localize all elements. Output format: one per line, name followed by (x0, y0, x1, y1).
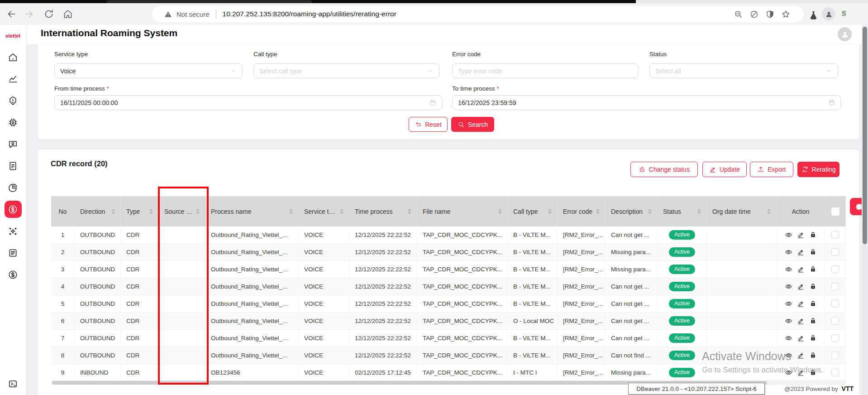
column-header-error_code[interactable]: Error code (558, 196, 606, 226)
view-icon[interactable] (785, 334, 792, 342)
zoom-out-icon[interactable] (734, 10, 743, 19)
s-extension-icon[interactable]: S (842, 9, 846, 18)
row-checkbox[interactable] (831, 231, 839, 239)
browser-tab[interactable] (106, 0, 312, 3)
search-button[interactable]: Search (451, 117, 494, 132)
sort-icon[interactable] (147, 209, 153, 214)
sidebar-item-alert-hexagon[interactable] (5, 92, 22, 109)
to-time-input[interactable]: 16/12/2025 23:59:59 (452, 95, 841, 110)
service-type-select[interactable]: Voice (54, 63, 243, 78)
sort-icon[interactable] (695, 209, 701, 214)
view-icon[interactable] (785, 283, 792, 290)
sort-icon[interactable] (645, 209, 652, 214)
block-icon[interactable] (749, 10, 759, 19)
lock-icon[interactable] (809, 369, 817, 376)
row-checkbox[interactable] (831, 283, 839, 290)
browser-profile-button[interactable] (822, 7, 835, 21)
row-checkbox[interactable] (831, 300, 839, 308)
sort-icon[interactable] (496, 209, 502, 214)
sidebar-item-terminal[interactable] (4, 375, 21, 392)
sort-icon[interactable] (286, 209, 293, 214)
view-icon[interactable] (785, 231, 792, 239)
edit-icon[interactable] (797, 369, 805, 376)
lock-icon[interactable] (809, 334, 817, 342)
update-button[interactable]: Update (702, 162, 747, 177)
view-icon[interactable] (785, 248, 792, 256)
user-avatar[interactable] (838, 27, 852, 41)
sort-icon[interactable] (337, 209, 343, 214)
sidebar-item-chat-gear[interactable] (5, 135, 22, 153)
sort-icon[interactable] (764, 209, 771, 214)
lock-icon[interactable] (809, 265, 817, 273)
lock-icon[interactable] (809, 248, 817, 256)
sort-icon[interactable] (193, 209, 200, 214)
star-icon[interactable] (781, 10, 791, 19)
edit-icon[interactable] (797, 265, 805, 273)
sort-icon[interactable] (405, 209, 411, 214)
sidebar-item-chip[interactable] (5, 114, 22, 131)
view-icon[interactable] (785, 265, 792, 273)
select-all-checkbox[interactable] (831, 207, 839, 216)
address-bar[interactable]: Not secure 10.207.252.135:8200/roaming-a… (152, 6, 804, 22)
edit-icon[interactable] (797, 317, 805, 325)
error-code-input[interactable]: Type error code (452, 63, 638, 78)
edit-icon[interactable] (797, 334, 805, 342)
sidebar-item-document[interactable] (5, 157, 22, 174)
rerating-button[interactable]: Rerating (797, 162, 839, 177)
row-checkbox[interactable] (831, 334, 839, 342)
column-header-source_file[interactable]: Source file (159, 196, 205, 226)
column-header-direction[interactable]: Direction (75, 196, 121, 226)
sidebar-item-pie-chart[interactable] (5, 179, 22, 196)
lock-icon[interactable] (809, 352, 817, 359)
sidebar-item-dollar-circle[interactable] (5, 266, 22, 283)
sidebar-item-home[interactable] (5, 48, 22, 66)
export-button[interactable]: Export (750, 162, 793, 177)
column-header-description[interactable]: Description (606, 196, 658, 226)
edit-icon[interactable] (797, 283, 805, 290)
back-icon[interactable] (6, 9, 17, 19)
status-select[interactable]: Select all (649, 63, 838, 78)
reset-button[interactable]: Reset (409, 117, 448, 132)
view-icon[interactable] (785, 300, 792, 308)
vertical-scrollbar-thumb[interactable] (863, 27, 867, 244)
shield-icon[interactable] (765, 10, 775, 19)
change-status-button[interactable]: Change status (630, 162, 698, 177)
forward-icon[interactable] (24, 9, 34, 19)
row-checkbox[interactable] (831, 369, 839, 376)
column-header-service_type[interactable]: Service type (299, 196, 349, 226)
reload-icon[interactable] (43, 9, 54, 19)
column-header-time_process[interactable]: Time process (349, 196, 417, 226)
edit-icon[interactable] (797, 248, 805, 256)
from-time-input[interactable]: 16/11/2025 00:00:00 (54, 95, 442, 110)
edit-icon[interactable] (797, 352, 805, 359)
column-header-type[interactable]: Type (121, 196, 159, 226)
column-header-status[interactable]: Status (658, 196, 707, 226)
sort-icon[interactable] (109, 209, 115, 214)
sidebar-item-line-chart[interactable] (5, 70, 22, 87)
call-type-select[interactable]: Select call type (253, 63, 439, 78)
row-checkbox[interactable] (831, 317, 839, 325)
vertical-scrollbar[interactable] (862, 25, 868, 395)
column-header-org_date_time[interactable]: Org date time (707, 196, 777, 226)
flask-icon[interactable] (808, 10, 819, 20)
sidebar-item-dollar-circle[interactable] (5, 201, 22, 218)
row-checkbox[interactable] (831, 352, 839, 359)
column-header-process_name[interactable]: Process name (205, 196, 299, 226)
sort-icon[interactable] (545, 209, 552, 214)
view-icon[interactable] (785, 352, 792, 359)
column-header-call_type[interactable]: Call type (508, 196, 558, 226)
view-icon[interactable] (785, 369, 792, 376)
view-icon[interactable] (785, 317, 792, 325)
sort-icon[interactable] (593, 209, 600, 214)
warning-triangle-icon[interactable] (164, 10, 172, 19)
column-header-file_name[interactable]: File name (417, 196, 508, 226)
lock-icon[interactable] (809, 317, 817, 325)
browser-home-icon[interactable] (62, 9, 73, 19)
edit-icon[interactable] (797, 300, 805, 308)
lock-icon[interactable] (809, 300, 817, 308)
edit-icon[interactable] (797, 231, 805, 239)
sidebar-item-cluster[interactable] (5, 222, 22, 240)
lock-icon[interactable] (809, 283, 817, 290)
sidebar-item-list[interactable] (5, 244, 22, 261)
row-checkbox[interactable] (831, 265, 839, 273)
